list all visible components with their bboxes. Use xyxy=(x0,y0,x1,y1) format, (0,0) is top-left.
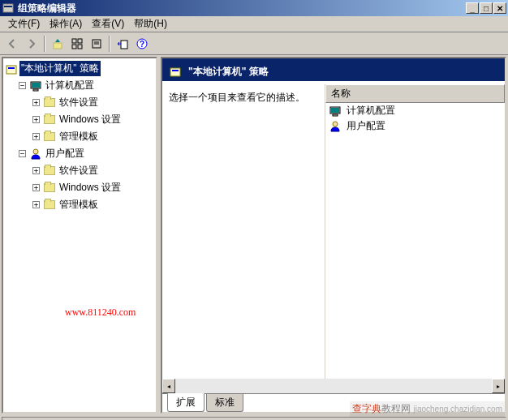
folder-icon xyxy=(43,165,56,178)
desc-text: 选择一个项目来查看它的描述。 xyxy=(169,92,305,103)
menu-view[interactable]: 查看(V) xyxy=(87,15,129,32)
svg-rect-19 xyxy=(170,68,180,76)
watermark-site: 查字典教程网 jiaocheng.chazidian.com xyxy=(350,401,505,417)
svg-rect-16 xyxy=(32,83,40,88)
content-header: "本地计算机" 策略 xyxy=(162,58,505,84)
collapse-icon[interactable]: − xyxy=(19,82,26,89)
forward-button[interactable] xyxy=(23,35,41,53)
tree-admin[interactable]: + 管理模板 xyxy=(5,196,154,213)
export-button[interactable] xyxy=(114,35,131,53)
titlebar: 组策略编辑器 _ □ ✕ xyxy=(0,0,508,16)
back-button[interactable] xyxy=(3,35,21,53)
list-label: 用户配置 xyxy=(347,119,385,133)
menubar: 文件(F) 操作(A) 查看(V) 帮助(H) xyxy=(0,16,508,32)
tree-software[interactable]: + 软件设置 xyxy=(5,94,154,111)
tab-extended[interactable]: 扩展 xyxy=(167,393,204,412)
wm-text: 查字典 xyxy=(352,403,381,414)
tree-label: 管理模板 xyxy=(58,129,100,144)
svg-rect-1 xyxy=(4,6,12,7)
tree-label: Windows 设置 xyxy=(58,180,123,195)
folder-icon xyxy=(43,114,56,126)
tree-label: 计算机配置 xyxy=(44,78,96,93)
svg-point-18 xyxy=(33,149,38,154)
list-item[interactable]: 用户配置 xyxy=(325,118,505,134)
statusbar xyxy=(2,417,506,420)
svg-rect-14 xyxy=(8,67,15,69)
minimize-button[interactable]: _ xyxy=(466,2,479,14)
policy-icon xyxy=(5,62,18,75)
svg-rect-23 xyxy=(333,114,338,116)
close-button[interactable]: ✕ xyxy=(493,2,506,14)
menu-action[interactable]: 操作(A) xyxy=(45,15,87,32)
folder-icon xyxy=(43,199,56,212)
menu-help[interactable]: 帮助(H) xyxy=(129,15,172,32)
svg-rect-13 xyxy=(6,66,16,74)
tree-label: 软件设置 xyxy=(58,95,100,110)
content-list: 名称 计算机配置 用户配置 xyxy=(325,84,505,379)
refresh-button[interactable] xyxy=(88,35,105,53)
wm-text: 教程网 xyxy=(381,403,411,414)
app-icon xyxy=(2,2,15,15)
expand-icon[interactable]: + xyxy=(32,184,40,191)
expand-icon[interactable]: + xyxy=(32,99,40,106)
expand-icon[interactable]: + xyxy=(32,201,40,208)
svg-point-24 xyxy=(333,122,338,126)
content-pane: "本地计算机" 策略 选择一个项目来查看它的描述。 名称 计算机配置 用 xyxy=(161,57,506,414)
tree-label: Windows 设置 xyxy=(58,112,123,127)
watermark-url: www.811240.com xyxy=(65,306,136,319)
content-description: 选择一个项目来查看它的描述。 xyxy=(162,84,325,379)
tree-windows[interactable]: + Windows 设置 xyxy=(5,111,154,128)
toolbar: ? xyxy=(0,32,508,55)
content-title: "本地计算机" 策略 xyxy=(188,65,269,79)
expand-icon[interactable]: + xyxy=(32,133,40,140)
svg-rect-3 xyxy=(72,39,76,43)
tree-root[interactable]: "本地计算机" 策略 xyxy=(5,60,154,77)
properties-button[interactable] xyxy=(68,35,86,53)
svg-rect-5 xyxy=(72,45,76,49)
menu-file[interactable]: 文件(F) xyxy=(3,15,45,32)
window-title: 组策略编辑器 xyxy=(18,2,466,15)
tree-label: 软件设置 xyxy=(58,163,100,178)
tree-windows[interactable]: + Windows 设置 xyxy=(5,179,154,196)
main-area: "本地计算机" 策略 − 计算机配置 + 软件设置 + Windows 设置 + xyxy=(0,55,508,415)
svg-rect-20 xyxy=(172,70,179,71)
folder-icon xyxy=(43,182,56,195)
svg-rect-4 xyxy=(78,39,82,43)
list-label: 计算机配置 xyxy=(347,104,395,118)
scroll-right-button[interactable]: ▸ xyxy=(492,379,505,393)
tree-pane: "本地计算机" 策略 − 计算机配置 + 软件设置 + Windows 设置 + xyxy=(2,57,157,414)
up-button[interactable] xyxy=(49,35,67,53)
policy-icon xyxy=(169,65,182,78)
tree-computer-config[interactable]: − 计算机配置 xyxy=(5,77,154,94)
tree-label: 管理模板 xyxy=(58,197,100,212)
toolbar-separator xyxy=(44,36,45,52)
svg-text:?: ? xyxy=(140,40,144,49)
computer-icon xyxy=(29,79,42,92)
scroll-left-button[interactable]: ◂ xyxy=(162,379,175,393)
expand-icon[interactable]: + xyxy=(32,116,40,123)
tree-label: 用户配置 xyxy=(44,146,86,161)
list-header-name[interactable]: 名称 xyxy=(325,84,505,103)
toolbar-separator xyxy=(109,36,110,52)
tree-admin[interactable]: + 管理模板 xyxy=(5,128,154,145)
tree-software[interactable]: + 软件设置 xyxy=(5,162,154,179)
collapse-icon[interactable]: − xyxy=(19,150,26,157)
list-item[interactable]: 计算机配置 xyxy=(325,103,505,118)
horizontal-scrollbar[interactable]: ◂ ▸ xyxy=(162,379,505,393)
svg-rect-10 xyxy=(121,41,127,49)
help-button[interactable]: ? xyxy=(133,35,151,53)
tab-standard[interactable]: 标准 xyxy=(206,394,243,412)
tree-user-config[interactable]: − 用户配置 xyxy=(5,145,154,162)
folder-icon xyxy=(43,131,56,144)
svg-rect-22 xyxy=(331,108,339,113)
computer-icon xyxy=(329,105,342,118)
svg-rect-17 xyxy=(33,89,38,91)
user-icon xyxy=(29,148,42,161)
wm-domain: jiaocheng.chazidian.com xyxy=(413,405,502,414)
folder-icon xyxy=(43,96,56,109)
maximize-button[interactable]: □ xyxy=(480,2,493,14)
svg-rect-2 xyxy=(54,43,62,49)
user-icon xyxy=(329,120,342,133)
content-body: 选择一个项目来查看它的描述。 名称 计算机配置 用户配置 xyxy=(162,84,505,379)
expand-icon[interactable]: + xyxy=(32,167,40,174)
